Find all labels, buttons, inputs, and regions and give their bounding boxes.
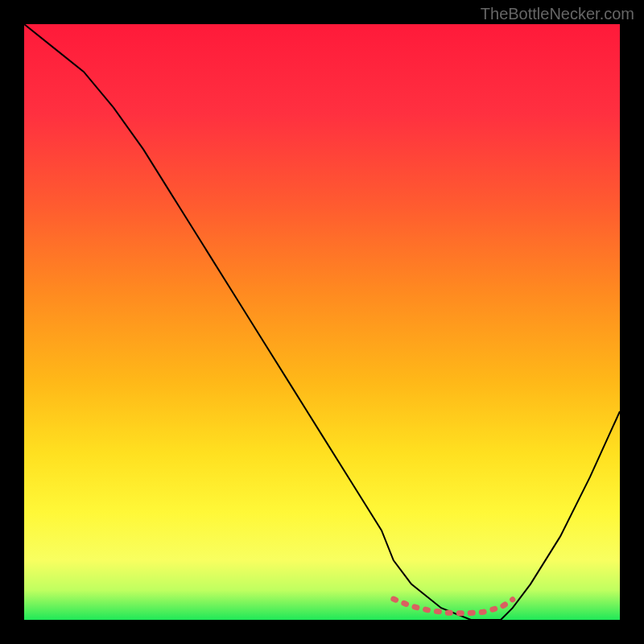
bottleneck-curve [24, 24, 620, 620]
chart-container [24, 24, 620, 620]
watermark-text: TheBottleNecker.com [481, 5, 634, 23]
curve-layer [24, 24, 620, 620]
optimal-range-marker [394, 599, 513, 613]
